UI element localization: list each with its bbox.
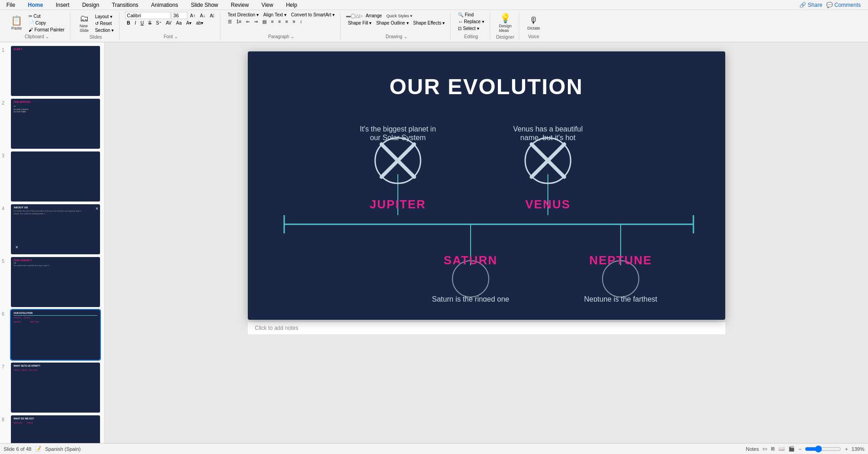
slide-5-content: OUR AGENCY 01 You could enter a subtitle… xyxy=(11,257,100,268)
slide-thumb-6[interactable]: OUR EVOLUTION JUPITER VENUS SATURN NEPTU… xyxy=(11,310,100,360)
strikethrough-button[interactable]: S xyxy=(146,20,153,26)
clear-format-button[interactable]: A⃝ xyxy=(208,13,216,19)
menu-home[interactable]: Home xyxy=(25,1,45,9)
slide-canvas: OUR EVOLUTION xyxy=(248,51,725,320)
slide-4-text: It could be the part of the presentation… xyxy=(14,210,97,215)
para-bottom-row: ☰ 1≡ ⇐ ⇒ ▤ ≡ ≡ ≡ ≡ ↕ xyxy=(226,19,304,25)
slide-1-label: SLIDE 1 xyxy=(14,48,97,50)
notes-placeholder: Click to add notes xyxy=(255,325,298,331)
slide-8-content: WHAT DO WE DO? MERCURY VENUS xyxy=(11,415,100,426)
slide-sorter-button[interactable]: ⊞ xyxy=(771,446,775,452)
format-painter-button[interactable]: 🖌 Format Painter xyxy=(27,27,66,33)
slide-4-x[interactable]: × xyxy=(15,245,18,250)
align-left-button[interactable]: ≡ xyxy=(269,19,276,25)
paste-icon: 📋 xyxy=(11,16,22,25)
indent-less-button[interactable]: ⇐ xyxy=(244,19,251,25)
slide-4-title: ABOUT US xyxy=(14,206,97,209)
slide-thumb-7[interactable]: WHAT SETS US APART? VENUS MARS NEPTUNE xyxy=(11,363,100,413)
menu-animations[interactable]: Animations xyxy=(148,1,181,9)
underline-button[interactable]: U xyxy=(139,20,146,26)
slide-thumb-1[interactable]: SLIDE 1 xyxy=(11,46,100,96)
justify-button[interactable]: ≡ xyxy=(291,19,297,25)
slide-2-items: 02 xyxy=(14,105,97,107)
slide-panel[interactable]: 1 SLIDE 1 2 OUR SERVICES 02 03 OUR CLIEN… xyxy=(0,42,105,443)
menu-insert[interactable]: Insert xyxy=(53,1,72,9)
font-color-button[interactable]: A▾ xyxy=(185,20,194,26)
line-spacing-button[interactable]: ↕ xyxy=(298,19,304,25)
new-slide-button[interactable]: 🗂 NewSlide xyxy=(76,12,92,35)
section-button[interactable]: Section ▾ xyxy=(93,27,115,33)
italic-button[interactable]: I xyxy=(133,20,138,26)
decrease-font-button[interactable]: A↓ xyxy=(198,13,207,19)
slide-num-2: 2 xyxy=(2,99,11,106)
slide-6-saturn-thumb: SATURN xyxy=(14,321,21,323)
slide-4-delete[interactable]: × xyxy=(95,206,98,211)
paste-button[interactable]: 📋 Paste xyxy=(7,15,26,31)
bullets-button[interactable]: ☰ xyxy=(226,19,234,25)
char-spacing-button[interactable]: AV xyxy=(164,20,174,26)
zoom-in-button[interactable]: + xyxy=(845,446,848,452)
find-button[interactable]: 🔍 Find xyxy=(456,12,475,18)
indent-more-button[interactable]: ⇒ xyxy=(252,19,260,25)
paragraph-group: Text Direction ▾ Align Text ▾ Convert to… xyxy=(222,12,341,40)
menu-help[interactable]: Help xyxy=(283,1,300,9)
convert-to-smartart-button[interactable]: Convert to SmartArt ▾ xyxy=(289,12,336,18)
shape-outline-button[interactable]: Shape Outline ▾ xyxy=(374,20,410,26)
notes-area[interactable]: Click to add notes xyxy=(248,322,725,334)
dictate-button[interactable]: 🎙 Dictate xyxy=(525,14,543,32)
shape-effects-button[interactable]: Shape Effects ▾ xyxy=(411,20,447,26)
slide-thumb-2[interactable]: OUR SERVICES 02 03 OUR CLIENTS04 OUR TEA… xyxy=(11,99,100,149)
slide-thumb-4[interactable]: ABOUT US It could be the part of the pre… xyxy=(11,204,100,254)
select-button[interactable]: ⊡ Select ▾ xyxy=(456,25,481,31)
design-ideas-icon: 💡 xyxy=(500,14,511,23)
highlight-button[interactable]: ab▾ xyxy=(194,20,205,26)
increase-font-button[interactable]: A↑ xyxy=(188,13,197,19)
text-direction-button[interactable]: Text Direction ▾ xyxy=(226,12,261,18)
slide-thumb-5[interactable]: OUR AGENCY 01 You could enter a subtitle… xyxy=(11,257,100,307)
change-case-button[interactable]: Aa xyxy=(174,20,183,26)
arrange-button[interactable]: Arrange xyxy=(364,13,384,19)
columns-button[interactable]: ▤ xyxy=(261,19,268,25)
align-text-button[interactable]: Align Text ▾ xyxy=(261,12,288,18)
reading-view-button[interactable]: 📖 xyxy=(778,446,785,452)
numbering-button[interactable]: 1≡ xyxy=(235,19,243,25)
slide-8-mercury: MERCURY xyxy=(14,422,23,424)
menu-transitions[interactable]: Transitions xyxy=(109,1,141,9)
quick-styles-button[interactable]: Quick Styles ▾ xyxy=(385,12,415,19)
align-right-button[interactable]: ≡ xyxy=(284,19,290,25)
menu-review[interactable]: Review xyxy=(228,1,251,9)
bold-button[interactable]: B xyxy=(125,20,132,26)
slide-thumb-8[interactable]: WHAT DO WE DO? MERCURY VENUS xyxy=(11,415,100,443)
slide-thumb-3[interactable] xyxy=(11,151,100,202)
normal-view-button[interactable]: ▭ xyxy=(763,446,767,452)
align-center-button[interactable]: ≡ xyxy=(276,19,283,25)
slide-title: OUR EVOLUTION xyxy=(389,75,583,99)
design-ideas-button[interactable]: 💡 DesignIdeas xyxy=(496,12,514,35)
layout-button[interactable]: Layout ▾ xyxy=(93,14,115,20)
shape-fill-button[interactable]: Shape Fill ▾ xyxy=(346,20,373,26)
menu-slideshow[interactable]: Slide Show xyxy=(188,1,221,9)
slide-row-5: 5 OUR AGENCY 01 You could enter a subtit… xyxy=(2,257,102,307)
shadow-button[interactable]: S⁺ xyxy=(154,20,163,26)
replace-button[interactable]: ↔ Replace ▾ xyxy=(456,19,486,25)
menu-design[interactable]: Design xyxy=(80,1,102,9)
clipboard-group: 📋 Paste ✂ Cut 📄 Copy 🖌 Format Painter Cl… xyxy=(4,12,70,40)
slide-6-thumb-title: OUR EVOLUTION xyxy=(14,312,97,314)
zoom-slider[interactable] xyxy=(805,445,841,453)
share-button[interactable]: 🔗 Share xyxy=(799,2,822,8)
presenter-view-button[interactable]: 🎬 xyxy=(788,446,795,452)
zoom-out-button[interactable]: − xyxy=(798,446,801,452)
copy-button[interactable]: 📄 Copy xyxy=(27,20,66,26)
comments-button[interactable]: 💬 Comments xyxy=(826,2,861,8)
font-size-input[interactable] xyxy=(171,12,187,19)
language: Spanish (Spain) xyxy=(45,446,80,452)
menu-file[interactable]: File xyxy=(4,1,18,9)
cut-button[interactable]: ✂ Cut xyxy=(27,13,66,19)
slide-7-title: WHAT SETS US APART? xyxy=(14,364,97,367)
reset-button[interactable]: ↺ Reset xyxy=(93,20,115,26)
slide-7-neptune: NEPTUNE xyxy=(29,369,37,371)
font-name-input[interactable] xyxy=(125,12,171,19)
editing-content: 🔍 Find ↔ Replace ▾ ⊡ Select ▾ xyxy=(456,12,486,34)
notes-button[interactable]: Notes xyxy=(746,446,759,452)
menu-view[interactable]: View xyxy=(259,1,276,9)
